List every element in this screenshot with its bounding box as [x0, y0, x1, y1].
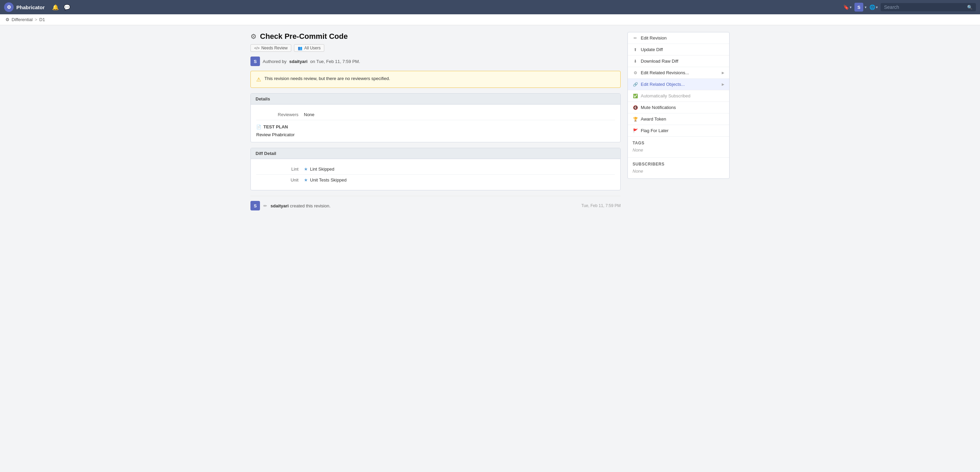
test-plan-title: TEST PLAN	[263, 124, 288, 129]
revisions-arrow: ▶	[722, 71, 724, 75]
reviewers-value: None	[304, 112, 314, 117]
sidebar-item-edit-related-revisions[interactable]: ⚙ Edit Related Revisions... ▶	[628, 67, 729, 79]
check-circle-icon: ✅	[633, 94, 638, 99]
sidebar: ✏ Edit Revision ⬆ Update Diff ⬇ Download…	[627, 32, 730, 179]
author-avatar: S	[250, 57, 260, 66]
sidebar-item-update-diff[interactable]: ⬆ Update Diff	[628, 44, 729, 56]
user-chevron: ▾	[865, 5, 867, 10]
page-title-icon: ⚙	[250, 32, 256, 40]
sidebar-item-download-raw[interactable]: ⬇ Download Raw Diff	[628, 56, 729, 67]
bookmark-button[interactable]: 🔖 ▾	[843, 5, 852, 10]
topnav: ⚙ Phabricator 🔔 💬 🔖 ▾ S ▾ 🌐 ▾ 🔍	[0, 0, 980, 14]
activity-timestamp: Tue, Feb 11, 7:59 PM	[581, 203, 620, 208]
reviewers-label: Reviewers	[256, 112, 304, 117]
sidebar-menu: ✏ Edit Revision ⬆ Update Diff ⬇ Download…	[628, 32, 729, 136]
app-name: Phabricator	[16, 5, 45, 10]
bookmark-chevron: ▾	[850, 5, 852, 10]
link-icon: 🔗	[633, 82, 638, 87]
sidebar-item-download-raw-label: Download Raw Diff	[641, 59, 678, 64]
lint-text: Lint Skipped	[310, 166, 334, 172]
unit-value: ★ Unit Tests Skipped	[304, 177, 347, 183]
diff-detail-section: Diff Detail Lint ★ Lint Skipped Unit ★ U…	[250, 148, 620, 190]
diff-detail-body: Lint ★ Lint Skipped Unit ★ Unit Tests Sk…	[251, 159, 620, 190]
sidebar-item-flag-for-later[interactable]: 🚩 Flag For Later	[628, 125, 729, 136]
globe-chevron: ▾	[876, 5, 878, 10]
reviewers-row: Reviewers None	[256, 109, 615, 120]
breadcrumb-icon: ⚙	[5, 17, 10, 22]
tags-section: Tags None	[628, 136, 729, 157]
authored-by-text: Authored by	[263, 59, 286, 64]
page-header: ⚙ Check Pre-Commit Code </> Needs Review…	[250, 32, 620, 52]
lint-star: ★	[304, 166, 308, 172]
sidebar-item-award-token[interactable]: 🏆 Award Token	[628, 113, 729, 125]
edit-icon: ✏	[633, 36, 638, 40]
sidebar-item-mute-notifications-label: Mute Notifications	[641, 105, 676, 110]
code-icon: </>	[254, 46, 259, 50]
tag-needs-review-label: Needs Review	[261, 46, 288, 50]
page-title: Check Pre-Commit Code	[260, 32, 348, 41]
search-box[interactable]: 🔍	[881, 3, 976, 11]
author-line: S Authored by sdaityari on Tue, Feb 11, …	[250, 57, 620, 66]
chat-icon[interactable]: 💬	[64, 4, 70, 11]
bell-icon[interactable]: 🔔	[52, 4, 59, 11]
sidebar-item-auto-subscribed-label: Automatically Subscribed	[641, 93, 690, 99]
test-plan-icon: 📄	[256, 124, 261, 129]
sidebar-item-edit-revision-label: Edit Revision	[641, 35, 667, 40]
author-name[interactable]: sdaityari	[289, 59, 307, 64]
activity-username[interactable]: sdaityari	[270, 203, 288, 209]
sidebar-item-award-token-label: Award Token	[641, 116, 666, 121]
unit-row: Unit ★ Unit Tests Skipped	[256, 175, 615, 185]
sidebar-item-auto-subscribed: ✅ Automatically Subscribed	[628, 90, 729, 102]
test-plan-label: 📄 TEST PLAN	[256, 124, 615, 129]
unit-text: Unit Tests Skipped	[310, 177, 347, 183]
globe-menu[interactable]: 🌐 ▾	[869, 5, 878, 10]
subscribers-value: None	[633, 169, 724, 176]
page-tags: </> Needs Review 👥 All Users	[250, 44, 620, 52]
sidebar-item-mute-notifications[interactable]: 🔇 Mute Notifications	[628, 102, 729, 113]
app-logo[interactable]: ⚙ Phabricator	[4, 2, 45, 12]
details-header: Details	[251, 94, 620, 105]
breadcrumb: ⚙ Differential > D1	[0, 14, 980, 25]
globe-icon: 🌐	[869, 5, 875, 10]
breadcrumb-separator: >	[35, 17, 37, 22]
user-avatar: S	[854, 3, 863, 11]
sidebar-item-update-diff-label: Update Diff	[641, 47, 663, 52]
sidebar-item-edit-related-revisions-label: Edit Related Revisions...	[641, 70, 689, 75]
test-plan-section: 📄 TEST PLAN Review Phabricator	[256, 124, 615, 137]
search-input[interactable]	[884, 5, 965, 10]
sidebar-item-edit-revision[interactable]: ✏ Edit Revision	[628, 32, 729, 44]
breadcrumb-current: D1	[40, 17, 45, 22]
download-icon: ⬇	[633, 59, 638, 64]
sidebar-item-edit-related-objects-label: Edit Related Objects...	[641, 82, 685, 87]
user-menu[interactable]: S ▾	[854, 3, 867, 11]
tags-value: None	[633, 147, 724, 155]
tag-needs-review[interactable]: </> Needs Review	[250, 44, 291, 52]
activity-avatar: S	[250, 201, 260, 210]
tag-all-users-label: All Users	[304, 46, 321, 50]
warning-text: This revision needs review, but there ar…	[264, 76, 390, 81]
details-section: Details Reviewers None 📄 TEST PLAN Revie…	[250, 93, 620, 142]
logo-icon: ⚙	[4, 2, 14, 12]
unit-star: ★	[304, 177, 308, 183]
main-content: ⚙ Check Pre-Commit Code </> Needs Review…	[250, 32, 620, 215]
details-body: Reviewers None 📄 TEST PLAN Review Phabri…	[251, 105, 620, 142]
tag-all-users[interactable]: 👥 All Users	[294, 44, 324, 52]
activity-action: created this revision.	[290, 203, 331, 209]
sidebar-item-edit-related-objects[interactable]: 🔗 Edit Related Objects... ▶	[628, 79, 729, 90]
sidebar-item-flag-for-later-label: Flag For Later	[641, 128, 669, 133]
lint-label: Lint	[256, 166, 304, 172]
lint-value: ★ Lint Skipped	[304, 166, 334, 172]
trophy-icon: 🏆	[633, 117, 638, 121]
objects-arrow: ▶	[722, 83, 724, 86]
unit-label: Unit	[256, 177, 304, 183]
topnav-right: 🔖 ▾ S ▾ 🌐 ▾ 🔍	[843, 3, 976, 11]
upload-icon: ⬆	[633, 47, 638, 52]
lint-row: Lint ★ Lint Skipped	[256, 164, 615, 175]
warning-box: ⚠ This revision needs review, but there …	[250, 71, 620, 88]
gear-icon: ⚙	[633, 70, 638, 75]
flag-icon: 🚩	[633, 128, 638, 133]
activity-text: sdaityari created this revision.	[270, 203, 578, 209]
subscribers-title: Subscribers	[633, 162, 724, 166]
breadcrumb-parent[interactable]: Differential	[11, 17, 33, 22]
mute-icon: 🔇	[633, 105, 638, 110]
